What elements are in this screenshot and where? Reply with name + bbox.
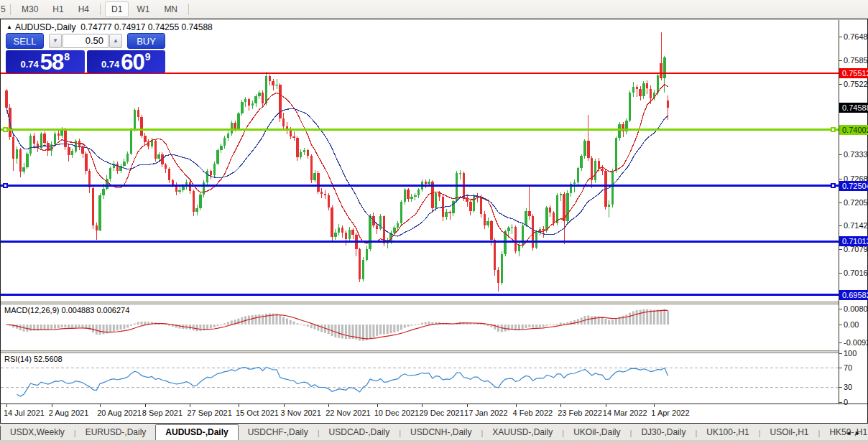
date-tick xyxy=(145,404,146,407)
timeframe-button-mn[interactable]: MN xyxy=(157,1,184,17)
price-chart-pane[interactable]: ▲AUDUSD-,Daily 0.74777 0.74917 0.74255 0… xyxy=(1,20,839,302)
date-label: 1 Apr 2022 xyxy=(651,409,689,417)
tab-scroll-right-icon[interactable]: ► xyxy=(854,429,864,437)
date-tick xyxy=(239,404,239,407)
one-click-trading-panel: SELL ▼ 0.50 ▲ BUY 0.74 58 8 0.74 xyxy=(6,32,165,73)
time-axis[interactable]: 14 Jul 20212 Aug 202120 Aug 20218 Sep 20… xyxy=(1,404,867,423)
trade-panel-prices: 0.74 58 8 0.74 60 9 xyxy=(6,50,165,73)
price-tick-label: 0.73330 xyxy=(839,150,868,159)
sell-price-prefix: 0.74 xyxy=(20,59,38,70)
macd-tick-label: -0.00928 xyxy=(839,338,868,348)
toolbar-separator xyxy=(10,4,11,15)
price-level-badge: 0.74002 xyxy=(839,125,868,135)
macd-pane[interactable]: MACD(12,26,9) 0.004883 0.006274 xyxy=(1,304,839,350)
date-tick xyxy=(606,404,606,407)
rsi-pane[interactable]: RSI(14) 52.5608 xyxy=(1,353,839,404)
timeframe-button-w1[interactable]: W1 xyxy=(130,1,156,17)
price-tick-label: 0.70165 xyxy=(839,269,868,278)
price-tick-label: 0.75220 xyxy=(839,80,868,89)
sell-price-button[interactable]: 0.74 58 8 xyxy=(6,50,85,73)
collapse-triangle-icon[interactable]: ▲ xyxy=(6,24,12,30)
symbol-tab-usdcnh[interactable]: USDCNH-,Daily xyxy=(401,426,481,440)
toolbar-separator xyxy=(100,4,101,15)
price-tick-label: 0.71425 xyxy=(839,221,868,230)
trading-terminal: 5M30H1H4D1W1MN ▲AUDUSD-,Daily 0.74777 0.… xyxy=(0,0,868,443)
rsi-plot xyxy=(1,353,839,404)
tab-scroll-left-icon[interactable]: ◄ xyxy=(845,429,854,437)
buy-price-prefix: 0.74 xyxy=(101,59,119,70)
symbol-tab-usoil[interactable]: USOil-,H1 xyxy=(761,426,818,440)
price-axis[interactable]: 0.764800.758500.752200.733300.726850.720… xyxy=(839,20,867,404)
date-label: 23 Feb 2022 xyxy=(558,409,602,417)
rsi-tick-label: 0 xyxy=(839,398,868,407)
macd-name: MACD(12,26,9) xyxy=(4,306,59,314)
date-tick xyxy=(284,404,285,407)
date-label: 20 Aug 2021 xyxy=(97,409,142,417)
toolbar-separator xyxy=(188,4,189,15)
date-label: 27 Sep 2021 xyxy=(187,409,231,417)
chart-title: ▲AUDUSD-,Daily 0.74777 0.74917 0.74255 0… xyxy=(6,22,213,32)
date-label: 2 Aug 2021 xyxy=(49,409,89,417)
timeframe-button-m5-partial[interactable]: 5 xyxy=(1,4,6,14)
rsi-label: RSI(14) 52.5608 xyxy=(4,355,63,363)
macd-values: 0.004883 0.006274 xyxy=(61,306,129,314)
date-tick xyxy=(654,404,655,407)
price-level-badge: 0.72504 xyxy=(839,181,868,191)
price-tick-label: 0.76480 xyxy=(839,32,868,42)
symbol-tab-dj30[interactable]: DJ30-,Daily xyxy=(632,426,695,440)
symbol-tab-usdchf[interactable]: USDCHF-,Daily xyxy=(239,426,318,440)
date-label: 3 Nov 2021 xyxy=(281,409,321,417)
symbol-tab-uk100[interactable]: UK100-,H1 xyxy=(697,426,758,440)
timeframe-toolbar: 5M30H1H4D1W1MN xyxy=(0,0,868,19)
date-tick xyxy=(467,404,468,407)
date-label: 15 Oct 2021 xyxy=(236,409,279,417)
rsi-name: RSI(14) xyxy=(4,355,32,363)
spread-increase-button[interactable]: ▲ xyxy=(109,34,122,48)
chart-ohlc-values: 0.74777 0.74917 0.74255 0.74588 xyxy=(80,22,213,32)
symbol-tab-usdcad[interactable]: USDCAD-,Daily xyxy=(320,426,400,440)
date-label: 10 Dec 2021 xyxy=(374,409,419,417)
timeframe-button-m30[interactable]: M30 xyxy=(15,1,45,17)
date-tick xyxy=(377,404,378,407)
date-label: 14 Mar 2022 xyxy=(603,409,647,417)
date-tick xyxy=(516,404,517,407)
symbol-tab-xauusd[interactable]: XAUUSD-,Daily xyxy=(483,426,562,440)
price-level-badge: 0.69582 xyxy=(839,290,868,300)
price-level-badge: 0.71013 xyxy=(839,236,868,246)
date-label: 14 Jul 2021 xyxy=(4,409,45,417)
sell-price-pip: 8 xyxy=(64,51,70,62)
rsi-tick-label: 100 xyxy=(839,349,868,358)
timeframe-button-h1[interactable]: H1 xyxy=(46,1,70,17)
tab-scroll-arrows[interactable]: ◄► xyxy=(845,429,864,437)
date-tick xyxy=(328,404,329,407)
symbol-tab-ukoil[interactable]: UKOil-,Daily xyxy=(564,426,629,440)
macd-tick-label: 0.00 xyxy=(839,320,868,330)
buy-price-button[interactable]: 0.74 60 9 xyxy=(87,50,166,73)
volume-input[interactable]: 0.50 xyxy=(63,34,108,48)
symbol-tab-eurusd[interactable]: EURUSD-,Daily xyxy=(76,426,156,440)
sell-price-main: 58 xyxy=(40,52,63,72)
chart-window: ▲AUDUSD-,Daily 0.74777 0.74917 0.74255 0… xyxy=(0,19,868,424)
trade-panel-top-row: SELL ▼ 0.50 ▲ BUY xyxy=(6,32,165,50)
rsi-value: 52.5608 xyxy=(34,355,63,363)
price-level-badge: 0.75512 xyxy=(839,68,868,78)
date-label: 29 Dec 2021 xyxy=(419,409,463,417)
date-tick xyxy=(560,404,561,407)
buy-price-main: 60 xyxy=(121,52,144,72)
rsi-tick-label: 30 xyxy=(839,383,868,392)
date-tick xyxy=(52,404,52,407)
macd-tick-label: 0.008061 xyxy=(839,304,868,314)
timeframe-button-h4[interactable]: H4 xyxy=(72,1,96,17)
symbol-tab-bar: USDX,Weekly|EURUSD-,DailyAUDUSD-,DailyUS… xyxy=(0,424,868,440)
timeframe-button-d1[interactable]: D1 xyxy=(105,1,129,17)
date-tick xyxy=(422,404,423,407)
buy-price-pip: 9 xyxy=(145,51,151,62)
buy-button[interactable]: BUY xyxy=(127,33,165,49)
symbol-tab-usdx[interactable]: USDX,Weekly xyxy=(1,426,74,440)
sell-button[interactable]: SELL xyxy=(6,33,44,49)
date-tick xyxy=(190,404,190,407)
symbol-tab-audusd[interactable]: AUDUSD-,Daily xyxy=(155,424,238,440)
spread-decrease-button[interactable]: ▼ xyxy=(49,34,62,48)
date-tick xyxy=(100,404,101,407)
date-label: 17 Jan 2022 xyxy=(464,409,508,417)
